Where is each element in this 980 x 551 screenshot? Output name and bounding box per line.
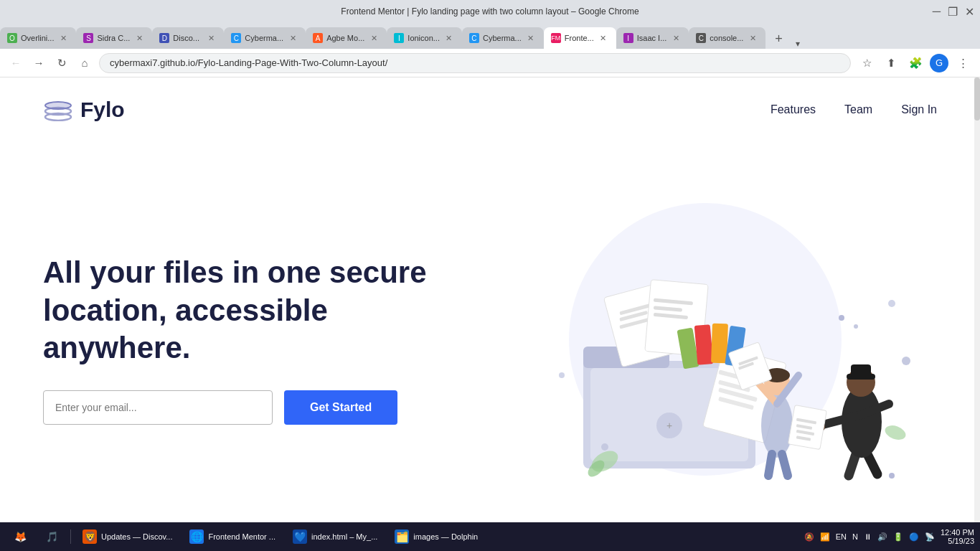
- svg-line-32: [782, 454, 788, 476]
- tab-favicon-t7: C: [469, 33, 479, 43]
- tab-favicon-t4: C: [231, 33, 241, 43]
- taskbar-pause[interactable]: ⏸: [864, 532, 872, 541]
- taskbar-files[interactable]: 🗂️ images — Dolphin: [387, 524, 485, 549]
- discover-icon: 🦁: [83, 529, 97, 544]
- taskbar-frontend-mentor[interactable]: 🌐 Frontend Mentor ...: [182, 524, 283, 549]
- back-button[interactable]: ←: [7, 55, 24, 72]
- navbar: Fylo Features Team Sign In: [0, 77, 980, 142]
- taskbar: 🦊 🎵 🦁 Updates — Discov... 🌐 Frontend Men…: [0, 522, 980, 551]
- tab-bar: O Overlini... ✕ S Sidra C... ✕ D Disco..…: [0, 23, 980, 49]
- new-tab-button[interactable]: +: [768, 29, 788, 49]
- tab-overflow-button[interactable]: ▾: [791, 39, 804, 49]
- taskbar-status1: N: [852, 532, 858, 541]
- tab-favicon-t10: C: [696, 33, 706, 43]
- tab-favicon-t9: I: [623, 33, 633, 43]
- tab-close-t7[interactable]: ✕: [525, 32, 537, 44]
- extensions-icon[interactable]: 🧩: [905, 53, 925, 73]
- taskbar-right: 🔕 📶 EN N ⏸ 🔊 🔋 🔵 📡 12:40 PM 5/19/23: [804, 528, 974, 545]
- get-started-button[interactable]: Get Started: [284, 390, 397, 425]
- illustration-svg: +: [490, 196, 920, 483]
- address-bar-icons: ☆ ⬆ 🧩 G ⋮: [857, 53, 973, 73]
- tab-close-t8[interactable]: ✕: [598, 32, 609, 44]
- user-avatar[interactable]: G: [930, 54, 948, 72]
- tab-close-t1[interactable]: ✕: [57, 32, 69, 44]
- taskbar-lang[interactable]: EN: [836, 532, 847, 541]
- tab-t6[interactable]: I Ionicon... ✕: [387, 27, 462, 49]
- svg-line-36: [849, 454, 856, 476]
- taskbar-clock[interactable]: 12:40 PM 5/19/23: [941, 528, 974, 545]
- tab-t7[interactable]: C Cyberma... ✕: [462, 27, 544, 49]
- svg-point-56: [883, 423, 908, 442]
- logo-text: Fylo: [80, 98, 125, 122]
- hero-left: All your files in one secure location, a…: [43, 254, 446, 425]
- tab-t2[interactable]: S Sidra C... ✕: [76, 27, 152, 49]
- svg-rect-24: [711, 324, 728, 364]
- window-controls: ─ ❐ ✕: [930, 0, 980, 23]
- nav-team-link[interactable]: Team: [844, 103, 872, 116]
- tab-t3[interactable]: D Disco... ✕: [152, 27, 224, 49]
- scrollbar[interactable]: [974, 77, 980, 522]
- taskbar-battery[interactable]: 🔋: [893, 532, 903, 542]
- email-input[interactable]: [43, 390, 273, 425]
- svg-point-60: [889, 473, 895, 479]
- firefox-icon: 🦊: [13, 529, 27, 544]
- chrome-titlebar: Frontend Mentor | Fylo landing page with…: [0, 0, 980, 23]
- tab-t10[interactable]: C console... ✕: [689, 27, 765, 49]
- tab-favicon-t2: S: [83, 33, 93, 43]
- svg-point-53: [888, 300, 895, 307]
- nav-features-link[interactable]: Features: [771, 103, 816, 116]
- taskbar-network[interactable]: 📶: [820, 532, 830, 542]
- tab-close-t9[interactable]: ✕: [670, 32, 682, 44]
- tab-t1[interactable]: O Overlini... ✕: [0, 27, 76, 49]
- svg-line-37: [867, 453, 877, 474]
- tab-favicon-t3: D: [159, 33, 169, 43]
- tab-t8[interactable]: FM Fronte... ✕: [544, 27, 616, 49]
- tab-close-t3[interactable]: ✕: [205, 32, 217, 44]
- logo[interactable]: Fylo: [43, 98, 125, 122]
- taskbar-separator-1: [70, 529, 71, 544]
- tab-t4[interactable]: C Cyberma... ✕: [224, 27, 306, 49]
- files-icon: 🗂️: [395, 529, 409, 544]
- tab-favicon-t8: FM: [551, 33, 561, 43]
- minimize-icon[interactable]: ─: [930, 5, 943, 18]
- close-icon[interactable]: ✕: [962, 5, 977, 19]
- tab-t9[interactable]: I Isaac I... ✕: [616, 27, 689, 49]
- hero-heading: All your files in one secure location, a…: [43, 254, 446, 367]
- webpage: Fylo Features Team Sign In All your file…: [0, 77, 980, 522]
- tab-close-t5[interactable]: ✕: [368, 32, 380, 44]
- address-bar: ← → ↻ ⌂ ☆ ⬆ 🧩 G ⋮: [0, 49, 980, 77]
- tab-favicon-t5: A: [313, 33, 323, 43]
- svg-point-58: [854, 324, 858, 329]
- home-button[interactable]: ⌂: [76, 55, 93, 72]
- reload-button[interactable]: ↻: [53, 55, 70, 72]
- menu-icon[interactable]: ⋮: [953, 53, 973, 73]
- taskbar-vscode[interactable]: 💙 index.html – My_...: [286, 524, 385, 549]
- tab-t5[interactable]: A Agbe Mo... ✕: [306, 27, 387, 49]
- forward-button[interactable]: →: [30, 55, 47, 72]
- restore-icon[interactable]: ❐: [945, 5, 961, 19]
- taskbar-discover[interactable]: 🦁 Updates — Discov...: [75, 524, 179, 549]
- tab-close-t10[interactable]: ✕: [747, 32, 758, 44]
- vlc-icon: 🎵: [44, 529, 59, 544]
- url-input[interactable]: [99, 53, 851, 73]
- hero-form: Get Started: [43, 390, 446, 425]
- taskbar-audio[interactable]: 🔊: [877, 532, 887, 542]
- tab-favicon-t6: I: [394, 33, 404, 43]
- bookmark-icon[interactable]: ☆: [857, 53, 877, 73]
- share-icon[interactable]: ⬆: [881, 53, 901, 73]
- svg-point-57: [839, 315, 844, 321]
- taskbar-bluetooth[interactable]: 🔵: [909, 532, 919, 542]
- nav-links: Features Team Sign In: [771, 103, 937, 116]
- tab-close-t2[interactable]: ✕: [133, 32, 145, 44]
- taskbar-bell[interactable]: 🔕: [804, 532, 814, 542]
- tab-close-t6[interactable]: ✕: [443, 32, 455, 44]
- scrollbar-thumb[interactable]: [974, 77, 980, 121]
- hero-illustration: +: [474, 156, 937, 522]
- tab-close-t4[interactable]: ✕: [287, 32, 298, 44]
- logo-icon: [43, 98, 73, 121]
- taskbar-wifi[interactable]: 📡: [925, 532, 935, 542]
- svg-point-51: [902, 357, 910, 365]
- taskbar-vlc[interactable]: 🎵: [37, 524, 66, 549]
- taskbar-firefox[interactable]: 🦊: [6, 524, 34, 549]
- nav-signin-link[interactable]: Sign In: [901, 103, 937, 116]
